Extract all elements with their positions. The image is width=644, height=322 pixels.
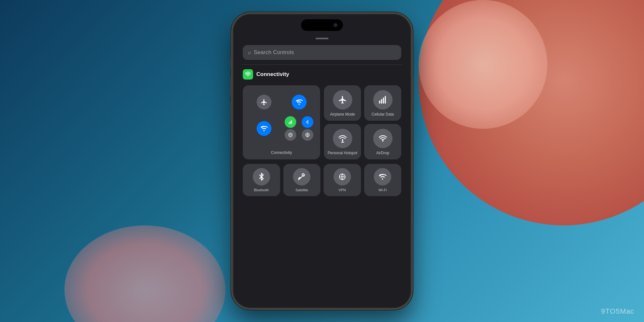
bottom-controls-row: Bluetooth	[243, 164, 401, 196]
mini-vpn-btn[interactable]	[285, 129, 296, 141]
wifi-tile[interactable]: Wi-Fi	[364, 164, 402, 196]
airdrop-icon	[373, 129, 393, 148]
drag-handle	[316, 38, 328, 39]
vpn-icon	[334, 168, 351, 185]
airdrop-tile[interactable]: AirDrop	[364, 124, 401, 159]
watermark-text: 9TO5Mac	[601, 307, 634, 315]
svg-rect-8	[379, 101, 380, 104]
cellular-data-label: Cellular Data	[372, 112, 394, 117]
wifi-icon	[374, 168, 391, 185]
control-center: ⌕ Search Controls	[234, 36, 410, 307]
mini-wifi-cell[interactable]	[247, 116, 280, 141]
satellite-tile[interactable]: Satellite	[283, 164, 321, 196]
main-controls-row: Connectivity Airplane	[243, 85, 401, 159]
svg-rect-6	[291, 120, 292, 124]
satellite-icon	[293, 168, 310, 185]
bluetooth-label: Bluetooth	[254, 188, 269, 192]
watermark: 9TO5Mac	[601, 307, 634, 316]
dynamic-island	[301, 19, 343, 31]
search-icon: ⌕	[248, 50, 251, 55]
phone-screen-area: ⌕ Search Controls	[234, 15, 410, 307]
airdrop-label: AirDrop	[376, 151, 389, 156]
vpn-tile[interactable]: VPN	[324, 164, 361, 196]
airplane-mode-icon	[333, 90, 352, 109]
connectivity-tile-label: Connectivity	[247, 150, 316, 155]
svg-rect-3	[289, 122, 289, 124]
power-button[interactable]	[412, 77, 414, 106]
mini-airplane-cell[interactable]	[247, 90, 280, 114]
svg-point-0	[248, 76, 248, 76]
airplane-mode-tile[interactable]: Airplane Mode	[324, 85, 361, 121]
volume-up-button[interactable]	[230, 76, 232, 97]
right-controls-grid: Airplane Mode	[324, 85, 401, 159]
personal-hotspot-icon	[333, 129, 352, 148]
mute-switch[interactable]	[230, 58, 232, 69]
cellular-data-tile[interactable]: Cellular Data	[364, 85, 401, 121]
personal-hotspot-label: Personal Hotspot	[327, 151, 357, 156]
svg-rect-11	[384, 96, 386, 104]
bg-light-pink	[419, 0, 547, 129]
phone-chassis: ⌕ Search Controls	[232, 13, 412, 309]
mini-wifi-hotspot-cell[interactable]	[282, 90, 316, 114]
airplane-mode-label: Airplane Mode	[330, 112, 355, 117]
search-placeholder: Search Controls	[254, 49, 294, 56]
svg-rect-9	[381, 99, 382, 104]
svg-point-1	[298, 104, 300, 105]
connectivity-tile[interactable]: Connectivity	[243, 85, 320, 159]
connectivity-section-title: Connectivity	[256, 71, 289, 78]
svg-point-2	[263, 130, 265, 131]
cellular-data-icon	[373, 90, 393, 109]
mini-wifi-btn[interactable]	[257, 121, 271, 136]
connectivity-mini-grid	[247, 90, 316, 141]
phone-device: ⌕ Search Controls	[232, 13, 412, 309]
mini-cellular-btn[interactable]	[285, 116, 296, 128]
bluetooth-icon	[253, 168, 270, 185]
mini-bluetooth-btn[interactable]	[302, 116, 313, 128]
svg-rect-10	[383, 98, 384, 104]
mini-wifi-hotspot-btn[interactable]	[292, 95, 307, 109]
volume-down-button[interactable]	[230, 101, 232, 122]
svg-point-22	[382, 178, 383, 180]
phone-screen: ⌕ Search Controls	[234, 15, 410, 307]
personal-hotspot-tile[interactable]: Personal Hotspot	[324, 124, 361, 159]
search-controls-bar[interactable]: ⌕ Search Controls	[243, 45, 401, 60]
satellite-label: Satellite	[296, 188, 308, 192]
svg-line-19	[300, 175, 303, 178]
mini-globe-btn[interactable]	[302, 129, 313, 141]
wifi-label: Wi-Fi	[378, 188, 387, 192]
mini-airplane-btn[interactable]	[257, 95, 271, 109]
svg-rect-4	[289, 122, 290, 124]
mini-cellular-bt-group	[282, 116, 316, 141]
svg-rect-5	[290, 121, 291, 124]
bluetooth-tile[interactable]: Bluetooth	[243, 164, 280, 196]
connectivity-section-icon	[243, 69, 253, 80]
divider	[242, 64, 402, 65]
connectivity-section-header: Connectivity	[243, 69, 401, 80]
vpn-label: VPN	[338, 188, 346, 192]
